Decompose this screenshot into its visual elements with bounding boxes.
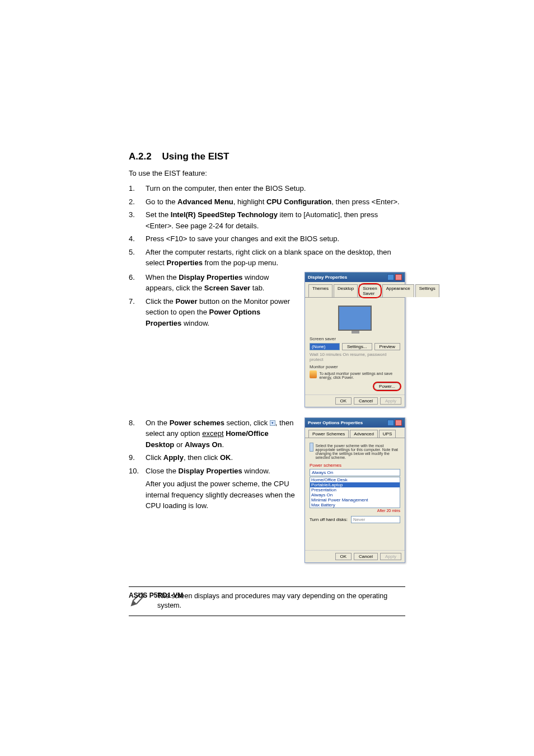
- step-number: 2.: [129, 196, 146, 208]
- step-8: 8. On the Power schemes section, click ▾…: [129, 417, 297, 450]
- list-item[interactable]: Minimal Power Management: [310, 497, 400, 503]
- step-number: 3.: [129, 209, 146, 231]
- list-item[interactable]: Home/Office Desk: [310, 477, 400, 482]
- tabstrip: Themes Desktop Screen Saver Appearance S…: [305, 282, 405, 298]
- window-title: Power Options Properties: [308, 420, 363, 425]
- step-body: Close the Display Properties window.: [146, 466, 297, 477]
- bold-text: OK: [220, 453, 231, 462]
- tab-ups[interactable]: UPS: [379, 430, 396, 438]
- step-number: 8.: [129, 417, 146, 450]
- turnoff-select[interactable]: Never: [351, 516, 400, 523]
- step-number: 4.: [129, 233, 146, 245]
- cancel-button[interactable]: Cancel: [354, 553, 378, 560]
- power-scheme-options[interactable]: Home/Office Desk Portable/Laptop Present…: [310, 477, 400, 508]
- step-body: Click the Power button on the Monitor po…: [146, 296, 297, 329]
- step-body: Go to the Advanced Menu, highlight CPU C…: [146, 196, 405, 208]
- cancel-button[interactable]: Cancel: [354, 397, 378, 405]
- bold-text: Advanced Menu: [177, 198, 233, 206]
- close-icon[interactable]: [395, 274, 402, 280]
- titlebar: Display Properties: [305, 273, 405, 282]
- step-body: Click Apply, then click OK.: [146, 452, 297, 463]
- step-number: 5.: [129, 247, 146, 269]
- step-list-bot: 8. On the Power schemes section, click ▾…: [129, 417, 297, 477]
- tab-power-schemes[interactable]: Power Schemes: [308, 430, 349, 438]
- step-1: 1. Turn on the computer, then enter the …: [129, 183, 405, 194]
- list-item[interactable]: Always On: [310, 492, 400, 497]
- step-number: 9.: [129, 452, 146, 463]
- monitor-power-label: Monitor power: [310, 364, 400, 369]
- after-label: After 20 mins: [310, 509, 400, 513]
- bold-text: Intel(R) SpeedStep Technology: [171, 210, 278, 219]
- note-text: The screen displays and procedures may v…: [157, 591, 405, 611]
- window-title: Display Properties: [308, 275, 347, 280]
- wait-row: Wait 10 minutes On resume, password prot…: [310, 352, 400, 362]
- chevron-down-icon: ▾: [270, 420, 275, 426]
- bold-text: Display Properties: [179, 467, 242, 475]
- underline-text: except: [202, 429, 223, 438]
- list-item[interactable]: Max Battery: [310, 503, 400, 508]
- step-5: 5. After the computer restarts, right cl…: [129, 247, 405, 269]
- tab-desktop[interactable]: Desktop: [334, 284, 358, 297]
- step-number: 10.: [129, 466, 146, 477]
- step-body: When the Display Properties window appea…: [146, 272, 297, 294]
- step-body: Press <F10> to save your changes and exi…: [146, 233, 405, 245]
- power-scheme-desc: Select the power scheme with the most ap…: [316, 444, 400, 459]
- intro-text: To use the EIST feature:: [129, 169, 405, 177]
- step-2: 2. Go to the Advanced Menu, highlight CP…: [129, 196, 405, 208]
- settings-button[interactable]: Settings...: [342, 343, 372, 350]
- monitor-power-desc: To adjust monitor power settings and sav…: [319, 372, 400, 379]
- step-body: On the Power schemes section, click ▾, t…: [146, 417, 297, 450]
- power-icon: [310, 370, 317, 378]
- ok-button[interactable]: OK: [335, 397, 352, 405]
- ok-button[interactable]: OK: [335, 553, 352, 560]
- tab-advanced[interactable]: Advanced: [350, 430, 378, 438]
- section-heading: A.2.2 Using the EIST: [129, 151, 405, 162]
- screen-saver-label: Screen saver: [310, 336, 400, 341]
- tab-themes[interactable]: Themes: [308, 284, 332, 297]
- step-9: 9. Click Apply, then click OK.: [129, 452, 297, 463]
- help-icon[interactable]: [387, 274, 394, 280]
- step-body: Set the Intel(R) SpeedStep Technology it…: [146, 209, 405, 231]
- tab-screen-saver[interactable]: Screen Saver: [359, 284, 381, 297]
- power-options-dialog: Power Options Properties Power Schemes A…: [305, 417, 405, 563]
- step-list-top: 1. Turn on the computer, then enter the …: [129, 183, 405, 269]
- bold-text: CPU Configuration: [266, 198, 331, 206]
- power-schemes-label: Power schemes: [310, 463, 400, 468]
- step-6: 6. When the Display Properties window ap…: [129, 272, 297, 294]
- power-scheme-select[interactable]: Always On: [310, 469, 400, 476]
- bold-text: Screen Saver: [204, 284, 250, 292]
- bold-text: Always On: [185, 440, 222, 449]
- help-icon[interactable]: [387, 420, 394, 426]
- step-4: 4. Press <F10> to save your changes and …: [129, 233, 405, 245]
- bold-text: Display Properties: [179, 273, 242, 281]
- battery-icon: [310, 443, 313, 452]
- step-body: After the computer restarts, right click…: [146, 247, 405, 269]
- step-10: 10. Close the Display Properties window.: [129, 466, 297, 477]
- list-item[interactable]: Presentation: [310, 487, 400, 492]
- turnoff-label: Turn off hard disks:: [310, 517, 348, 522]
- close-icon[interactable]: [395, 420, 402, 426]
- step-number: 6.: [129, 272, 146, 294]
- tab-settings[interactable]: Settings: [415, 284, 439, 297]
- tail-text: After you adjust the power scheme, the C…: [146, 478, 297, 511]
- monitor-preview-icon: [338, 306, 372, 331]
- step-3: 3. Set the Intel(R) SpeedStep Technology…: [129, 209, 405, 231]
- screen-saver-select[interactable]: (None): [310, 343, 340, 350]
- heading-number: A.2.2: [129, 151, 152, 162]
- step-list-mid: 6. When the Display Properties window ap…: [129, 272, 297, 329]
- apply-button[interactable]: Apply: [380, 397, 401, 405]
- step-number: 1.: [129, 183, 146, 194]
- preview-button[interactable]: Preview: [374, 343, 400, 350]
- step-7: 7. Click the Power button on the Monitor…: [129, 296, 297, 329]
- apply-button[interactable]: Apply: [380, 553, 401, 560]
- step-body: Turn on the computer, then enter the BIO…: [146, 183, 405, 194]
- tabstrip: Power Schemes Advanced UPS: [305, 428, 405, 438]
- list-item[interactable]: Portable/Laptop: [310, 482, 400, 487]
- page-footer: ASUS P5RD1-VM: [129, 591, 183, 599]
- display-properties-dialog: Display Properties Themes Desktop Screen…: [305, 272, 405, 407]
- heading-title: Using the EIST: [162, 151, 229, 162]
- tab-appearance[interactable]: Appearance: [382, 284, 414, 297]
- note-block: The screen displays and procedures may v…: [129, 586, 405, 616]
- bold-text: Apply: [163, 453, 184, 462]
- power-button[interactable]: Power...: [374, 383, 400, 390]
